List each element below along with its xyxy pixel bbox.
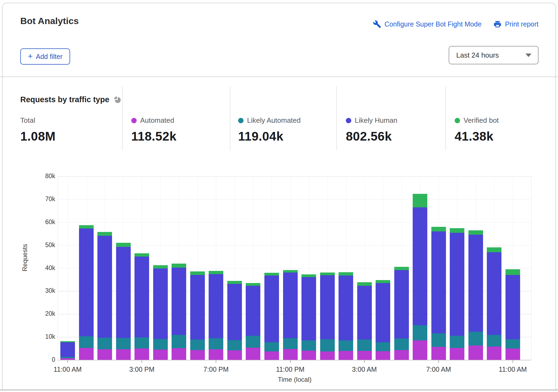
chart-bar[interactable] xyxy=(357,282,372,360)
bar-segment-verified-bot[interactable] xyxy=(506,269,520,275)
bar-segment-likely-automated[interactable] xyxy=(190,340,205,350)
bar-segment-verified-bot[interactable] xyxy=(116,243,131,247)
bar-segment-verified-bot[interactable] xyxy=(468,230,483,235)
chart-bar[interactable] xyxy=(283,270,298,360)
bar-segment-likely-human[interactable] xyxy=(320,275,335,340)
bar-segment-verified-bot[interactable] xyxy=(79,225,94,228)
bar-segment-likely-automated[interactable] xyxy=(320,339,335,351)
bar-segment-verified-bot[interactable] xyxy=(339,272,353,275)
bar-segment-likely-automated[interactable] xyxy=(357,340,372,351)
bar-segment-likely-human[interactable] xyxy=(301,277,316,340)
bar-segment-verified-bot[interactable] xyxy=(301,274,316,277)
bar-segment-likely-automated[interactable] xyxy=(450,336,464,348)
bar-segment-likely-human[interactable] xyxy=(506,275,520,339)
chart-bar[interactable] xyxy=(246,283,260,360)
chart-bar[interactable] xyxy=(376,280,390,360)
chart-bar[interactable] xyxy=(450,228,464,360)
bar-segment-likely-automated[interactable] xyxy=(264,342,279,352)
bar-segment-likely-automated[interactable] xyxy=(376,342,390,351)
bar-segment-verified-bot[interactable] xyxy=(376,280,390,283)
chart-bar[interactable] xyxy=(431,227,446,360)
bar-segment-likely-automated[interactable] xyxy=(339,340,353,351)
bar-segment-likely-human[interactable] xyxy=(339,275,353,340)
bar-segment-likely-human[interactable] xyxy=(60,342,75,357)
bar-segment-automated[interactable] xyxy=(246,348,260,360)
chart-bar[interactable] xyxy=(301,274,316,360)
bar-segment-likely-automated[interactable] xyxy=(79,336,94,348)
bar-segment-verified-bot[interactable] xyxy=(134,253,149,257)
bar-segment-automated[interactable] xyxy=(357,351,372,360)
bar-segment-automated[interactable] xyxy=(376,351,390,360)
chart-bar[interactable] xyxy=(413,194,427,360)
bar-segment-automated[interactable] xyxy=(450,348,464,360)
bar-segment-likely-automated[interactable] xyxy=(153,339,168,350)
bar-segment-verified-bot[interactable] xyxy=(97,232,112,236)
bar-segment-verified-bot[interactable] xyxy=(357,282,372,286)
chart-bar[interactable] xyxy=(116,243,131,360)
chart-bar[interactable] xyxy=(172,264,186,360)
bar-segment-verified-bot[interactable] xyxy=(487,247,501,252)
bar-segment-verified-bot[interactable] xyxy=(209,271,223,274)
bar-segment-likely-human[interactable] xyxy=(79,228,94,336)
bar-segment-likely-automated[interactable] xyxy=(487,335,501,346)
bar-segment-automated[interactable] xyxy=(227,350,242,360)
bar-segment-likely-human[interactable] xyxy=(357,286,372,340)
bar-segment-automated[interactable] xyxy=(264,351,279,360)
bar-segment-likely-human[interactable] xyxy=(134,257,149,337)
bar-segment-automated[interactable] xyxy=(339,351,353,360)
bar-segment-likely-automated[interactable] xyxy=(246,336,260,348)
bar-segment-likely-automated[interactable] xyxy=(172,335,186,348)
bar-segment-verified-bot[interactable] xyxy=(264,273,279,275)
bar-segment-likely-automated[interactable] xyxy=(413,325,427,340)
bar-segment-verified-bot[interactable] xyxy=(153,265,168,269)
bar-segment-likely-automated[interactable] xyxy=(506,339,520,348)
bar-segment-automated[interactable] xyxy=(320,351,335,360)
bar-segment-likely-human[interactable] xyxy=(487,252,501,335)
chart-bar[interactable] xyxy=(506,269,520,360)
bar-segment-likely-human[interactable] xyxy=(413,207,427,325)
bar-segment-likely-human[interactable] xyxy=(468,235,483,332)
bar-segment-verified-bot[interactable] xyxy=(172,264,186,267)
bar-segment-likely-human[interactable] xyxy=(172,268,186,335)
bar-segment-automated[interactable] xyxy=(431,347,446,360)
bar-segment-likely-human[interactable] xyxy=(116,247,131,338)
bar-segment-verified-bot[interactable] xyxy=(246,283,260,286)
chart-bar[interactable] xyxy=(227,281,242,360)
bar-segment-likely-human[interactable] xyxy=(431,231,446,334)
chart-bar[interactable] xyxy=(79,225,94,360)
bar-segment-automated[interactable] xyxy=(506,348,520,360)
bar-segment-verified-bot[interactable] xyxy=(413,194,427,207)
bar-segment-automated[interactable] xyxy=(97,349,112,360)
bar-segment-likely-automated[interactable] xyxy=(97,338,112,349)
bar-segment-automated[interactable] xyxy=(301,351,316,360)
bar-segment-likely-human[interactable] xyxy=(283,273,298,338)
bar-segment-likely-human[interactable] xyxy=(97,236,112,338)
bar-segment-verified-bot[interactable] xyxy=(227,281,242,284)
bar-segment-likely-automated[interactable] xyxy=(283,338,298,349)
bar-segment-likely-human[interactable] xyxy=(153,268,168,339)
bar-segment-automated[interactable] xyxy=(190,350,205,360)
chart-bar[interactable] xyxy=(190,271,205,360)
bar-segment-likely-automated[interactable] xyxy=(227,340,242,350)
chart-bar[interactable] xyxy=(339,272,353,360)
bar-segment-verified-bot[interactable] xyxy=(283,270,298,273)
chart-bar[interactable] xyxy=(394,267,409,360)
bar-segment-automated[interactable] xyxy=(209,349,223,360)
bar-segment-automated[interactable] xyxy=(283,349,298,360)
bar-segment-automated[interactable] xyxy=(172,348,186,360)
bar-segment-verified-bot[interactable] xyxy=(320,273,335,275)
chart-bar[interactable] xyxy=(134,253,149,360)
bar-segment-automated[interactable] xyxy=(134,348,149,360)
chart-bar[interactable] xyxy=(264,273,279,360)
bar-segment-likely-automated[interactable] xyxy=(301,340,316,351)
bar-segment-automated[interactable] xyxy=(394,350,409,360)
bar-segment-likely-automated[interactable] xyxy=(134,337,149,349)
chart-bar[interactable] xyxy=(209,271,223,360)
bar-segment-automated[interactable] xyxy=(79,348,94,360)
chart-bar[interactable] xyxy=(487,247,501,360)
bar-segment-likely-human[interactable] xyxy=(190,275,205,340)
bar-segment-likely-human[interactable] xyxy=(227,284,242,340)
bar-segment-likely-human[interactable] xyxy=(450,233,464,336)
bar-segment-verified-bot[interactable] xyxy=(394,267,409,270)
bar-segment-automated[interactable] xyxy=(468,346,483,360)
